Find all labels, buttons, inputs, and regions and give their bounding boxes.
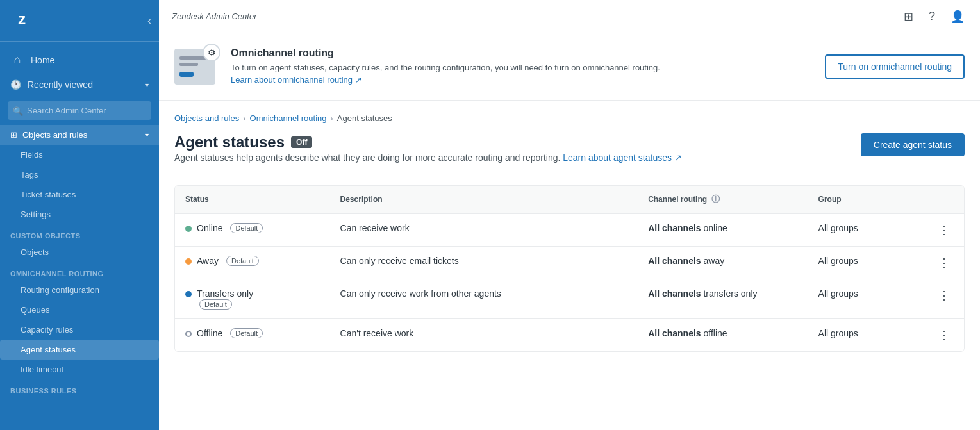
gear-badge: ⚙ [203, 44, 220, 62]
queues-label: Queues [21, 305, 50, 315]
help-icon-button[interactable]: ? [926, 7, 938, 26]
more-options-button-away[interactable]: ⋮ [934, 256, 954, 270]
status-name-away: Away [197, 256, 219, 266]
group-cell-online: All groups [808, 213, 924, 247]
statuses-table: Status Description Channel routing ⓘ Gro… [175, 186, 964, 351]
recently-viewed-label: Recently viewed [28, 79, 93, 90]
status-cell-offline: Offline Default [175, 319, 330, 352]
channel-routing-cell-away: All channels away [638, 247, 808, 279]
breadcrumb-objects-rules[interactable]: Objects and rules [174, 113, 239, 123]
status-name-offline: Offline [197, 328, 222, 338]
status-cell-online: Online Default [175, 213, 330, 247]
group-cell-away: All groups [808, 247, 924, 279]
topbar-title: Zendesk Admin Center [172, 12, 256, 21]
page-learn-link[interactable]: Learn about agent statuses ↗ [563, 153, 682, 163]
status-name-transfers-only: Transfers only [197, 288, 253, 299]
description-cell-online: Can receive work [330, 213, 638, 247]
topbar-actions: ⊞ ? 👤 [901, 7, 967, 26]
group-cell-transfers-only: All groups [808, 279, 924, 319]
sidebar-item-recently-viewed[interactable]: 🕐 Recently viewed ▾ [0, 73, 159, 96]
search-input[interactable] [8, 101, 151, 120]
objects-rules-icon: ⊞ [10, 130, 17, 140]
create-agent-status-button[interactable]: Create agent status [861, 133, 965, 156]
sidebar-item-objects[interactable]: Objects [0, 242, 159, 262]
status-cell-transfers-only: Transfers only Default [175, 279, 330, 319]
custom-objects-section: Custom objects [0, 224, 159, 242]
turn-on-omnichannel-button[interactable]: Turn on omnichannel routing [825, 54, 965, 79]
description-cell-away: Can only receive email tickets [330, 247, 638, 279]
more-options-button-transfers-only[interactable]: ⋮ [934, 288, 954, 302]
objects-rules-label: Objects and rules [22, 130, 140, 140]
banner-description: To turn on agent statuses, capacity rule… [231, 62, 660, 87]
default-badge: Default [230, 223, 263, 233]
idle-timeout-label: Idle timeout [21, 365, 63, 374]
breadcrumb-omnichannel[interactable]: Omnichannel routing [250, 113, 327, 123]
table-body: Online Default Can receive work All chan… [175, 213, 964, 351]
table-row: Away Default Can only receive email tick… [175, 247, 964, 279]
main-content: Zendesk Admin Center ⊞ ? 👤 ⚙ Omnichannel… [159, 0, 980, 430]
recently-viewed-chevron: ▾ [145, 81, 149, 88]
user-icon-button[interactable]: 👤 [948, 7, 967, 26]
page-title: Agent statuses [174, 133, 285, 151]
default-badge: Default [230, 328, 263, 338]
more-options-button-online[interactable]: ⋮ [934, 223, 954, 237]
settings-label: Settings [21, 210, 51, 219]
table-row: Offline Default Can't receive work All c… [175, 319, 964, 352]
table-header: Status Description Channel routing ⓘ Gro… [175, 186, 964, 213]
sidebar-logo-row: z ‹ [0, 0, 159, 42]
omnichannel-banner: ⚙ Omnichannel routing To turn on agent s… [159, 33, 980, 101]
description-cell-offline: Can't receive work [330, 319, 638, 352]
sidebar-item-idle-timeout[interactable]: Idle timeout [0, 360, 159, 379]
sidebar-item-settings[interactable]: Settings [0, 204, 159, 224]
status-cell-away: Away Default [175, 247, 330, 279]
sidebar-item-ticket-statuses[interactable]: Ticket statuses [0, 185, 159, 204]
channel-routing-cell-transfers-only: All channels transfers only [638, 279, 808, 319]
col-status: Status [175, 186, 330, 213]
agent-statuses-label: Agent statuses [21, 345, 76, 354]
banner-text: Omnichannel routing To turn on agent sta… [231, 47, 660, 87]
omnichannel-section: Omnichannel routing [0, 262, 159, 280]
description-cell-transfers-only: Can only receive work from other agents [330, 279, 638, 319]
home-icon: ⌂ [10, 53, 24, 67]
actions-cell-offline: ⋮ [924, 319, 964, 352]
sidebar: z ‹ ⌂ Home 🕐 Recently viewed ▾ 🔍 ⊞ [0, 0, 159, 430]
page-description: Agent statuses help agents describe what… [174, 151, 682, 165]
channel-routing-info-icon[interactable]: ⓘ [711, 194, 720, 204]
actions-cell-online: ⋮ [924, 213, 964, 247]
sidebar-item-capacity-rules[interactable]: Capacity rules [0, 320, 159, 340]
objects-label: Objects [21, 247, 49, 257]
sidebar-item-tags[interactable]: Tags [0, 165, 159, 185]
breadcrumb: Objects and rules › Omnichannel routing … [174, 113, 965, 123]
sidebar-item-queues[interactable]: Queues [0, 300, 159, 320]
sidebar-item-routing-config[interactable]: Routing configuration [0, 280, 159, 300]
status-dot-offline [185, 331, 192, 337]
objects-rules-chevron: ▾ [145, 131, 149, 138]
agent-statuses-table: Status Description Channel routing ⓘ Gro… [174, 185, 965, 352]
grid-icon-button[interactable]: ⊞ [901, 7, 916, 26]
banner-heading: Omnichannel routing [231, 47, 660, 59]
banner-icon: ⚙ [174, 44, 220, 90]
sidebar-item-home[interactable]: ⌂ Home [0, 47, 159, 73]
sidebar-item-objects-and-rules[interactable]: ⊞ Objects and rules ▾ [0, 125, 159, 145]
status-dot-away [185, 258, 192, 265]
col-actions [924, 186, 964, 213]
page-content: Objects and rules › Omnichannel routing … [159, 101, 980, 430]
channel-routing-cell-online: All channels online [638, 213, 808, 247]
status-dot-online [185, 226, 192, 232]
sidebar-item-agent-statuses[interactable]: Agent statuses [0, 340, 159, 360]
sidebar-item-home-label: Home [31, 55, 54, 65]
actions-cell-away: ⋮ [924, 247, 964, 279]
ticket-statuses-label: Ticket statuses [21, 190, 76, 199]
col-description: Description [330, 186, 638, 213]
sidebar-collapse-button[interactable]: ‹ [147, 14, 151, 28]
banner-learn-link[interactable]: Learn about omnichannel routing ↗ [231, 75, 362, 85]
zendesk-logo: z [8, 10, 36, 31]
default-badge: Default [226, 256, 259, 266]
business-rules-section: Business rules [0, 379, 159, 397]
page-header: Agent statuses Off Agent statuses help a… [174, 133, 965, 180]
capacity-rules-label: Capacity rules [21, 325, 73, 335]
more-options-button-offline[interactable]: ⋮ [934, 328, 954, 342]
breadcrumb-current: Agent statuses [337, 113, 392, 123]
sidebar-item-fields[interactable]: Fields [0, 145, 159, 165]
channel-routing-cell-offline: All channels offline [638, 319, 808, 352]
